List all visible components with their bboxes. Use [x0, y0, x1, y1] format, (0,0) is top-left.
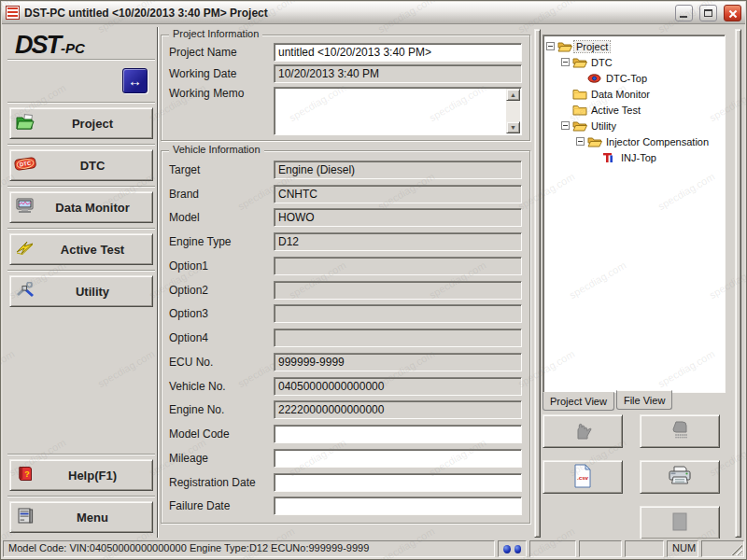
closed-folder-icon	[572, 104, 589, 116]
printer-icon	[668, 465, 692, 490]
target-input	[274, 161, 522, 179]
sidebar-button-label: Project	[40, 117, 152, 131]
right-splitter[interactable]	[735, 29, 741, 538]
field-label: Failure Date	[169, 499, 274, 512]
dtc-node-icon	[587, 73, 604, 84]
option1-input	[274, 257, 522, 275]
tree-item-data-monitor[interactable]: Data Monitor	[544, 86, 724, 102]
field-row: Model	[169, 208, 522, 227]
engine-type-input	[274, 232, 522, 251]
collapse-icon[interactable]	[576, 137, 585, 146]
compact-view-button[interactable]: ↔	[122, 68, 148, 93]
model-input	[274, 208, 522, 227]
field-label: Vehicle No.	[169, 380, 274, 393]
tree-item-injector-compensation[interactable]: Injector Compensation	[544, 133, 724, 149]
spray-icon	[669, 420, 691, 443]
field-row: ECU No.	[169, 353, 522, 371]
sidebar-divider	[157, 27, 159, 538]
resize-grip-icon[interactable]	[731, 544, 742, 555]
sidebar-button-project[interactable]: Project	[9, 107, 153, 139]
project-tree: ProjectDTCDTC-TopData MonitorActive Test…	[543, 35, 726, 393]
sidebar-button-dtc[interactable]: DTCDTC	[9, 149, 153, 181]
tree-item-label: Utility	[589, 120, 618, 132]
csv-file-icon: .csv	[572, 464, 593, 491]
tree-item-dtc[interactable]: DTC	[544, 54, 724, 70]
sidebar-button-help-f1[interactable]: ?Help(F1)	[9, 459, 153, 491]
scroll-up-icon[interactable]: ▲	[506, 89, 520, 101]
print-button[interactable]	[640, 460, 720, 494]
panel-splitter[interactable]	[534, 29, 541, 538]
field-row: Registration Date	[169, 473, 522, 492]
dtc-icon: DTC	[14, 156, 36, 175]
connection-led-icon	[514, 545, 522, 553]
sidebar-button-label: Help(F1)	[40, 469, 152, 483]
app-icon	[6, 6, 20, 20]
field-label: ECU No.	[169, 356, 274, 369]
title-bar: DST-PC untitled <10/20/2013 3:40 PM> Pro…	[2, 2, 745, 24]
scroll-down-icon[interactable]: ▼	[506, 121, 520, 133]
vehicle-information-fields: TargetBrandModelEngine TypeOption1Option…	[169, 155, 522, 521]
hand-icon	[571, 420, 594, 443]
view-tabs: Project ViewFile View	[543, 393, 740, 412]
working-memo-input[interactable]: ▲▼	[274, 87, 522, 135]
sidebar-nav: ProjectDTCDTCData MonitorActive TestUtil…	[7, 102, 155, 312]
sidebar-button-label: Menu	[40, 511, 152, 525]
tab-file-view[interactable]: File View	[616, 390, 672, 410]
field-label: Option4	[169, 331, 274, 344]
status-panel-1	[529, 540, 576, 557]
project-information-legend: Project Information	[169, 28, 262, 39]
tree-item-project[interactable]: Project	[544, 38, 724, 54]
collapse-icon[interactable]	[561, 58, 570, 66]
brand-input	[274, 185, 522, 203]
tree-item-label: INJ-Top	[619, 152, 658, 163]
tree-item-label: DTC	[589, 57, 614, 68]
option2-input	[274, 281, 522, 300]
minimize-button[interactable]	[675, 5, 693, 21]
sidebar-button-data-monitor[interactable]: Data Monitor	[9, 191, 153, 223]
tree-item-dtc-top[interactable]: DTC-Top	[544, 70, 724, 86]
utility-tools-icon	[15, 282, 35, 301]
sidebar-button-label: Active Test	[40, 243, 152, 257]
ecu-no-input	[274, 353, 522, 371]
mileage-input[interactable]	[274, 449, 522, 468]
tree-item-inj-top[interactable]: INJ-Top	[544, 149, 724, 165]
clear-button	[640, 414, 720, 448]
project-name-input[interactable]	[274, 43, 522, 62]
window-title: DST-PC untitled <10/20/2013 3:40 PM> Pro…	[24, 7, 669, 20]
field-row: Target	[169, 161, 522, 179]
sidebar-button-utility[interactable]: Utility	[9, 275, 153, 307]
status-connection-panel	[498, 540, 527, 557]
model-code-input[interactable]	[274, 425, 522, 443]
field-row: Option2	[169, 281, 522, 300]
close-button[interactable]	[724, 5, 741, 21]
tree-item-utility[interactable]: Utility	[544, 118, 724, 133]
registration-date-input[interactable]	[274, 473, 522, 492]
tree-item-active-test[interactable]: Active Test	[544, 102, 724, 118]
left-right-arrow-icon: ↔	[128, 73, 142, 89]
field-row: Mileage	[169, 449, 522, 468]
tab-project-view[interactable]: Project View	[543, 392, 614, 411]
svg-text:.csv: .csv	[577, 474, 589, 481]
field-label: Brand	[169, 188, 274, 201]
sidebar-button-menu[interactable]: Menu	[9, 501, 153, 533]
open-folder-icon	[587, 135, 604, 147]
sidebar-button-active-test[interactable]: Active Test	[9, 233, 153, 265]
field-row: Failure Date	[169, 497, 522, 515]
collapse-icon[interactable]	[546, 42, 555, 50]
data-monitor-icon	[15, 198, 35, 217]
status-panel-3	[625, 540, 664, 557]
open-folder-icon	[572, 119, 589, 132]
sidebar-button-label: Utility	[40, 285, 152, 299]
export-csv-button[interactable]: .csv	[543, 460, 623, 494]
inj-node-icon	[602, 152, 619, 163]
field-label: Model Code	[169, 427, 274, 441]
tree-item-label: DTC-Top	[604, 73, 649, 84]
memo-scrollbar[interactable]: ▲▼	[506, 89, 520, 133]
tree-item-label: Project	[574, 41, 610, 52]
failure-date-input[interactable]	[274, 497, 522, 515]
collapse-icon[interactable]	[561, 121, 570, 130]
minimize-icon	[680, 16, 687, 18]
field-label: Working Memo	[169, 87, 274, 100]
maximize-button[interactable]	[699, 5, 717, 21]
option3-input	[274, 304, 522, 323]
